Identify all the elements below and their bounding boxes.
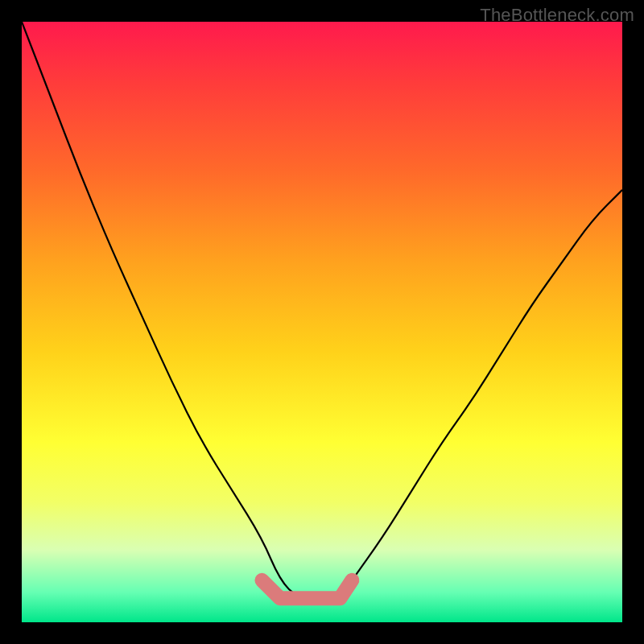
chart-frame: TheBottleneck.com (0, 0, 644, 644)
bottleneck-curve (22, 22, 622, 598)
curve-layer (22, 22, 622, 622)
plot-area (22, 22, 622, 622)
watermark-text: TheBottleneck.com (480, 5, 634, 26)
highlight-segment (262, 580, 352, 598)
